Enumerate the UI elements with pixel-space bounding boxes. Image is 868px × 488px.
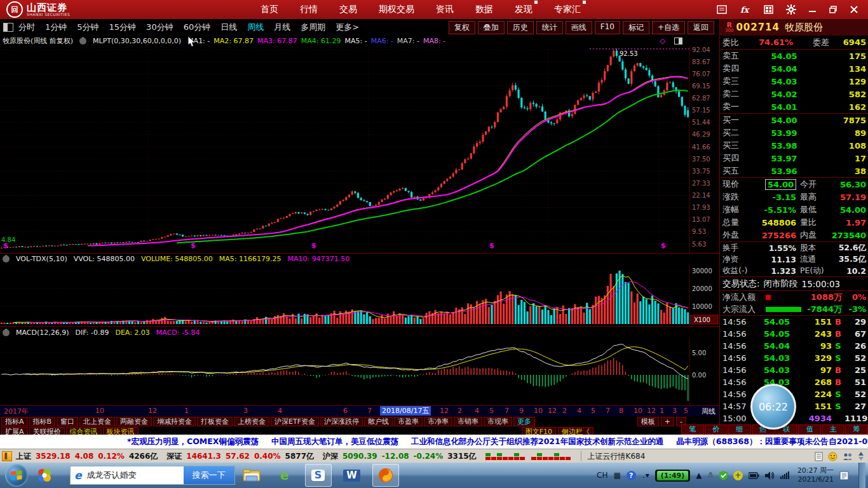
tab-打板资金[interactable]: 打板资金 (197, 417, 233, 426)
buy-row[interactable]: 买五53.9638 (720, 165, 868, 177)
period-1分钟[interactable]: 1分钟 (45, 22, 67, 33)
tab-指标A[interactable]: 指标A (1, 417, 28, 426)
restore-icon[interactable] (829, 6, 837, 13)
explorer-icon[interactable] (239, 464, 264, 486)
taskbar-search-widget[interactable]: e 搜索一下 (70, 466, 235, 485)
corner-box-细[interactable]: 细 (728, 424, 751, 435)
show-hidden-icons[interactable]: ▲ (696, 471, 702, 480)
notes-icon[interactable] (717, 5, 727, 14)
menu-item-专家汇[interactable]: 专家汇 (554, 4, 581, 15)
collapse-icon[interactable]: ˇ (3, 329, 10, 336)
indicator-name[interactable]: MLPT(0,30,30,60,0,0,0,0) (93, 37, 181, 45)
sell-row[interactable]: 卖一54.01162 (720, 100, 868, 113)
sell-row[interactable]: 卖四54.04134 (720, 62, 868, 75)
layout-split-icon[interactable] (3, 23, 13, 32)
tab-上榜资金[interactable]: 上榜资金 (234, 417, 269, 426)
report-icon[interactable] (815, 452, 823, 461)
tab-市现率[interactable]: 市现率 (484, 417, 512, 426)
tab-两融资金[interactable]: 两融资金 (116, 417, 152, 426)
tool-返回[interactable]: 返回 (688, 21, 714, 34)
period-5分钟[interactable]: 5分钟 (77, 22, 98, 33)
index-沪深[interactable]: 沪深5090.39-12.08-0.24%3315亿 (323, 451, 477, 462)
news-item[interactable]: 中国周五现大笔订单，美豆低位震荡 (271, 437, 398, 447)
updown-arrows-icon[interactable] (858, 452, 864, 461)
news-item[interactable]: *宏观压力明显，COMEX铜偏弱震荡 (127, 437, 259, 447)
buy-row[interactable]: 买四53.9717 (720, 152, 868, 165)
show-desktop-button[interactable] (858, 463, 865, 488)
tab-沪深涨跌停[interactable]: 沪深涨跌停 (320, 417, 363, 426)
word-icon[interactable]: W (339, 464, 365, 486)
battery-timer-widget[interactable]: (1:49) (655, 470, 690, 482)
taskbar-clock[interactable]: 20:27 周一 2021/6/21 (797, 466, 834, 485)
diamond-marker-icon[interactable]: ◇ (660, 37, 665, 45)
quote-app-icon[interactable]: ▌ (2, 451, 12, 461)
plus-circle-icon[interactable]: + (733, 471, 743, 480)
menu-item-资讯[interactable]: 资讯 (436, 4, 454, 15)
selected-date-box[interactable]: 2018/08/17五 (380, 406, 431, 416)
buy-row[interactable]: 买二53.9989 (720, 126, 868, 139)
corner-box-笔[interactable]: 笔 (681, 424, 704, 435)
period-15分钟[interactable]: 15分钟 (109, 22, 137, 33)
tab-散户线[interactable]: 散户线 (364, 417, 393, 426)
tool-统计[interactable]: 统计 (536, 21, 563, 34)
menu-item-数据[interactable]: 数据 (475, 4, 493, 15)
period-多周期[interactable]: 多周期 (301, 22, 325, 33)
tool-F10[interactable]: F10 (595, 21, 620, 34)
pinwheel-app-icon[interactable] (32, 464, 57, 486)
tab-市盈率[interactable]: 市盈率 (394, 417, 423, 426)
volume-chart[interactable]: 300002000010000X100 (0, 264, 719, 326)
keyboard-icon[interactable]: ▦ (613, 471, 620, 480)
collapse-icon[interactable]: ˇ (79, 37, 86, 44)
action-center-icon[interactable] (839, 471, 849, 480)
network-signal-icon[interactable] (780, 471, 789, 479)
tool-复权[interactable]: 复权 (449, 21, 475, 34)
tab-more[interactable]: 更多 (513, 417, 535, 426)
buy-row[interactable]: 买三53.98108 (720, 139, 868, 152)
message-icon[interactable] (828, 452, 837, 461)
tab-窗口[interactable]: 窗口 (57, 417, 78, 426)
sell-row[interactable]: 卖五54.05175 (720, 50, 868, 62)
users-icon[interactable] (843, 452, 853, 461)
period-分时[interactable]: 分时 (18, 22, 35, 33)
tool-+自选[interactable]: +自选 (652, 21, 685, 34)
browser-360-icon[interactable]: e (272, 464, 297, 486)
corner-box-筹[interactable]: 筹 (845, 424, 868, 435)
date-axis[interactable]: 2018/08/17五 周线 2017年10121346712245791012… (0, 405, 719, 416)
lang-indicator[interactable]: CH (597, 471, 607, 480)
volume-icon[interactable] (765, 471, 775, 480)
trading-app-icon[interactable] (372, 464, 399, 487)
period-周线[interactable]: 周线 (247, 22, 264, 33)
corner-box-主[interactable]: 主 (822, 424, 844, 435)
period-60分钟[interactable]: 60分钟 (184, 22, 211, 33)
sogou-icon[interactable]: S (305, 464, 332, 487)
safety-shield-icon[interactable] (719, 471, 728, 480)
tool-标记[interactable]: 标记 (623, 21, 649, 34)
stock-header[interactable]: R300 002714 牧原股份 (719, 19, 868, 36)
start-button[interactable] (5, 464, 28, 487)
tool-历史[interactable]: 历史 (507, 21, 534, 34)
tab-北上资金[interactable]: 北上资金 (79, 417, 115, 426)
expand-tray-icon[interactable]: ᎐▾ (642, 471, 649, 480)
collapse-icon[interactable]: ˇ (3, 255, 10, 262)
search-button[interactable]: 搜索一下 (184, 466, 234, 484)
macd-chart[interactable]: 5.000.00 (0, 338, 719, 405)
news-item[interactable]: 工业和信息化部办公厅关于组织推荐2021年国家技术创新示范企业的通 (411, 437, 663, 447)
tab-模板[interactable]: 模板 (637, 417, 659, 426)
tab-增减持资金[interactable]: 增减持资金 (153, 417, 196, 426)
corner-box-价[interactable]: 价 (705, 424, 728, 435)
help-icon[interactable]: ? (627, 471, 636, 480)
menu-item-交易[interactable]: 交易 (339, 4, 357, 15)
menu-item-行情[interactable]: 行情 (300, 4, 318, 15)
sell-row[interactable]: 卖二54.02582 (720, 88, 868, 100)
close-icon[interactable] (850, 6, 858, 13)
news-item[interactable]: 晶丰明源（688368）：因重要事项未公告自2021-06-21起连续停牌 (676, 437, 868, 447)
period-日线[interactable]: 日线 (220, 22, 237, 33)
tab-市销率[interactable]: 市销率 (454, 417, 482, 426)
grid-icon[interactable] (764, 5, 773, 14)
period-更多>[interactable]: 更多> (336, 22, 359, 33)
formula-icon[interactable]: fx (740, 5, 751, 14)
menu-item-发现[interactable]: 发现 (515, 4, 532, 15)
pane-window-icon[interactable] (674, 37, 682, 44)
period-月线[interactable]: 月线 (274, 22, 290, 33)
menu-item-期权交易[interactable]: 期权交易 (379, 4, 414, 15)
